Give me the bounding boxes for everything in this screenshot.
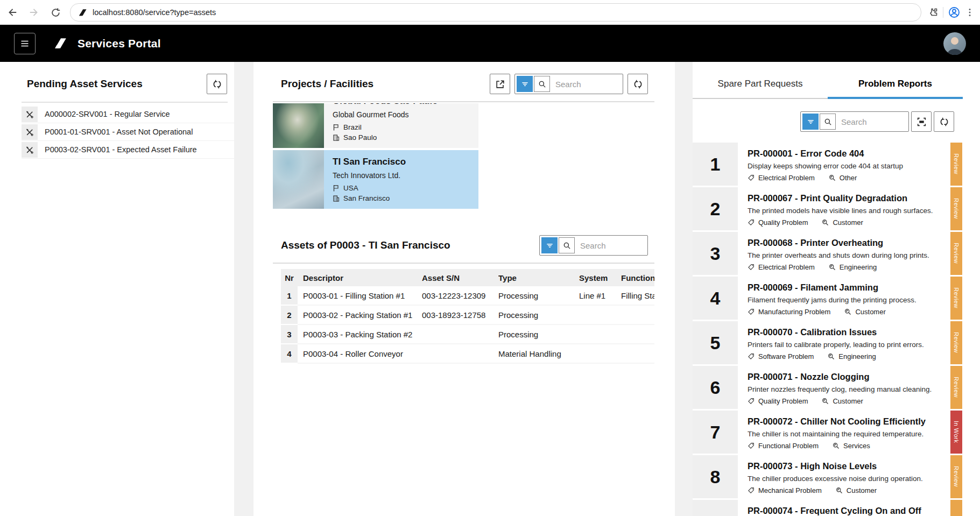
browser-menu-icon[interactable] [965, 8, 975, 17]
filter-button[interactable] [517, 76, 533, 92]
report-status-badge: In Work [950, 411, 962, 454]
report-status-badge: Review [950, 187, 962, 230]
report-source-label: Customer [833, 397, 863, 405]
refresh-reports-button[interactable] [934, 111, 954, 132]
facility-card[interactable]: Global Foods Sao Paulo Global Gourmet Fo… [273, 103, 478, 148]
asset-table-row[interactable]: 2 P0003-02 - Packing Station #1 003-1892… [281, 306, 654, 325]
problem-report-item[interactable]: 3 PR-000068 - Printer Overheating The pr… [693, 232, 980, 275]
facility-country: USA [343, 183, 358, 193]
fullscreen-icon [916, 117, 927, 127]
facility-card[interactable]: TI San Francisco Tech Innovators Ltd. US… [273, 150, 478, 209]
reports-search-input[interactable] [837, 117, 907, 127]
col-header-system: System [579, 269, 621, 286]
asset-table-row[interactable]: 4 P0003-04 - Roller Conveyor Material Ha… [281, 344, 654, 364]
pending-service-item[interactable]: P0001-01-SRV001 - Asset Not Operational [22, 124, 234, 141]
projects-search-input[interactable] [551, 79, 621, 89]
report-title: PR-000071 - Nozzle Clogging [748, 372, 950, 382]
facility-city: San Francisco [343, 193, 390, 203]
profile-icon[interactable] [948, 6, 961, 19]
browser-back-button[interactable] [3, 3, 22, 22]
address-bar[interactable]: localhost:8080/service?type=assets [70, 3, 921, 22]
refresh-projects-button[interactable] [628, 74, 648, 94]
tag-icon [748, 264, 755, 271]
tab-spare-part-requests[interactable]: Spare Part Requests [693, 74, 828, 99]
filter-button[interactable] [541, 237, 558, 253]
pending-service-item[interactable]: A000002-SRV001 - Regular Service [22, 107, 234, 123]
browser-reload-button[interactable] [46, 3, 65, 22]
report-title: PR-000068 - Printer Overheating [748, 238, 950, 248]
reports-search [800, 111, 909, 132]
problem-report-item[interactable]: 8 PR-000073 - High Noise Levels The chil… [693, 455, 980, 498]
filter-icon [546, 242, 554, 250]
report-number: 4 [693, 277, 738, 320]
report-number: 7 [693, 411, 738, 454]
url-text: localhost:8080/service?type=assets [93, 8, 216, 17]
problem-report-list: 1 PR-000001 - Error Code 404 Display kee… [693, 143, 980, 516]
report-status-badge: Review [950, 366, 962, 409]
report-category: Electrical Problem [748, 263, 815, 271]
open-external-button[interactable] [490, 74, 510, 94]
report-number: 1 [693, 143, 738, 186]
forward-arrow-icon [29, 7, 39, 18]
problem-report-item[interactable]: 1 PR-000001 - Error Code 404 Display kee… [693, 143, 980, 186]
report-number: 8 [693, 455, 738, 498]
pending-service-item[interactable]: P0003-02-SRV001 - Expected Asset Failure [22, 142, 234, 159]
user-avatar[interactable] [943, 32, 966, 55]
report-source-label: Customer [847, 486, 877, 494]
report-status-badge: Review [950, 455, 962, 498]
asset-table-row[interactable]: 1 P0003-01 - Filling Station #1 003-1222… [281, 286, 654, 306]
refresh-icon [939, 117, 949, 127]
expand-reports-button[interactable] [911, 111, 932, 132]
report-source: Other [829, 174, 857, 182]
search-button[interactable] [820, 114, 836, 130]
assets-table-header: Nr Descriptor Asset S/N Type System Func… [281, 269, 654, 286]
refresh-pending-button[interactable] [207, 74, 227, 94]
report-status-badge: Review [950, 232, 962, 275]
problem-report-item[interactable]: 2 PR-000067 - Print Quality Degradation … [693, 187, 980, 230]
detected-by-icon [829, 264, 836, 271]
asset-nr: 2 [281, 306, 298, 325]
report-category-label: Quality Problem [758, 218, 808, 227]
asset-descriptor: P0003-01 - Filling Station #1 [298, 286, 422, 305]
problem-report-item[interactable]: 5 PR-000070 - Calibration Issues Printer… [693, 321, 980, 364]
report-category-label: Functional Problem [758, 442, 819, 450]
problem-report-item[interactable]: 7 PR-000072 - Chiller Not Cooling Effici… [693, 411, 980, 454]
detected-by-icon [833, 442, 840, 449]
browser-forward-button[interactable] [25, 3, 43, 22]
tab-problem-reports[interactable]: Problem Reports [828, 74, 963, 99]
report-category: Software Problem [748, 352, 814, 361]
detected-by-icon [822, 398, 829, 405]
projects-title: Projects / Facilities [281, 78, 373, 90]
asset-nr: 3 [281, 325, 298, 344]
problem-report-item[interactable]: PR-000074 - Frequent Cycling On and Off [693, 500, 980, 516]
tag-icon [748, 487, 755, 494]
search-button[interactable] [534, 76, 550, 92]
report-source: Customer [822, 397, 863, 405]
asset-table-row[interactable]: 3 P0003-03 - Packing Station #2 Processi… [281, 325, 654, 344]
problem-report-item[interactable]: 4 PR-000069 - Filament Jamming Filament … [693, 277, 980, 320]
report-source: Engineering [829, 263, 877, 271]
facility-name: Global Foods Sao Paulo [333, 103, 473, 107]
pending-services-panel: Pending Asset Services A000002-SRV001 - … [0, 62, 234, 516]
report-title: PR-000067 - Print Quality Degradation [748, 193, 950, 203]
report-source-label: Customer [833, 218, 863, 227]
detected-by-icon [844, 308, 851, 315]
filter-button[interactable] [802, 114, 819, 130]
asset-descriptor: P0003-02 - Packing Station #1 [298, 306, 422, 324]
asset-serial [422, 344, 498, 363]
tag-icon [748, 174, 755, 181]
external-link-icon [495, 79, 505, 89]
report-description: The chiller produces excessive noise dur… [748, 475, 950, 483]
search-button[interactable] [559, 237, 575, 253]
assets-divider [273, 263, 654, 264]
asset-serial [422, 325, 498, 343]
left-divider [22, 102, 228, 103]
menu-button[interactable] [14, 33, 36, 54]
report-source: Services [833, 442, 870, 450]
report-category: Electrical Problem [748, 174, 815, 182]
browser-chrome: localhost:8080/service?type=assets [0, 0, 980, 25]
assets-search-input[interactable] [576, 241, 646, 251]
report-category-label: Software Problem [758, 352, 814, 361]
problem-report-item[interactable]: 6 PR-000071 - Nozzle Clogging Printer no… [693, 366, 980, 409]
extensions-icon[interactable] [928, 7, 939, 18]
